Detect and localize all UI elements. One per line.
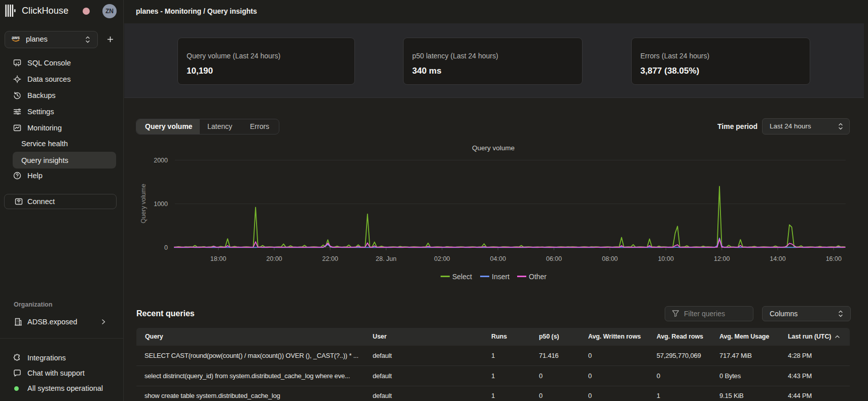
svg-text:06:00: 06:00	[546, 255, 562, 262]
svg-text:Query volume: Query volume	[472, 144, 515, 152]
svg-text:04:00: 04:00	[490, 255, 506, 262]
svg-text:1000: 1000	[154, 201, 168, 208]
svg-text:18:00: 18:00	[210, 255, 226, 262]
svg-text:10:00: 10:00	[658, 255, 674, 262]
svg-text:12:00: 12:00	[714, 255, 730, 262]
svg-text:0: 0	[164, 244, 168, 251]
svg-text:14:00: 14:00	[770, 255, 785, 262]
svg-text:2000: 2000	[154, 157, 168, 164]
svg-text:16:00: 16:00	[826, 255, 842, 262]
svg-text:Query volume: Query volume	[140, 184, 147, 223]
svg-text:02:00: 02:00	[434, 255, 450, 262]
svg-text:22:00: 22:00	[322, 255, 338, 262]
svg-text:20:00: 20:00	[266, 255, 282, 262]
svg-text:28. Jun: 28. Jun	[376, 255, 396, 262]
svg-text:08:00: 08:00	[602, 255, 618, 262]
